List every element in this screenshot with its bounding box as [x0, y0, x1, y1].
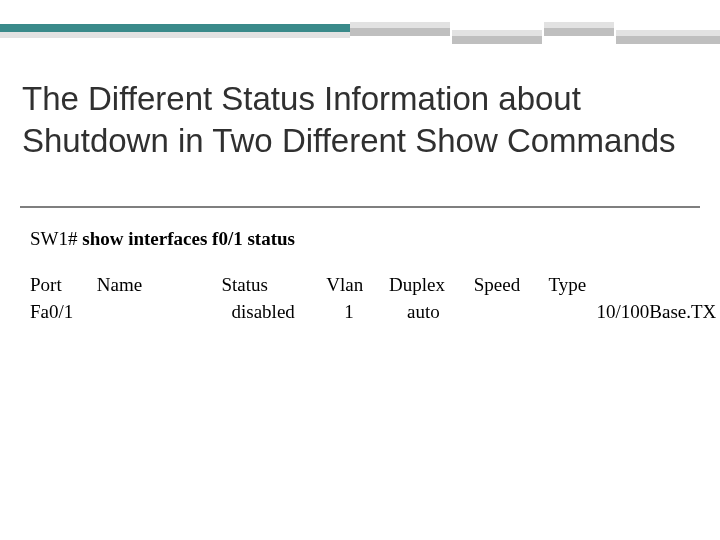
bar-gray-d	[616, 36, 720, 44]
status-table: Port Name Status Vlan Duplex Speed Type …	[30, 272, 720, 325]
table-row: Fa0/1 disabled 1 auto 10/100Base.TX	[30, 299, 720, 326]
bar-teal-left	[0, 24, 350, 32]
col-header-port: Port	[30, 272, 92, 299]
slide: The Different Status Information about S…	[0, 0, 720, 540]
bar-light-left	[0, 32, 350, 38]
col-header-name: Name	[97, 272, 217, 299]
decorative-top-bars	[0, 0, 720, 60]
cell-port: Fa0/1	[30, 299, 92, 326]
cli-command: show interfaces f0/1 status	[82, 228, 295, 249]
col-header-status: Status	[222, 272, 322, 299]
col-header-speed: Speed	[474, 272, 544, 299]
table-header-row: Port Name Status Vlan Duplex Speed Type	[30, 272, 720, 299]
cell-vlan: 1	[336, 299, 402, 326]
title-underline	[20, 206, 700, 208]
bar-gray-a	[350, 28, 450, 36]
bar-gray-c	[544, 28, 614, 36]
cell-status: disabled	[222, 299, 332, 326]
cell-type: 10/100Base.TX	[567, 299, 721, 326]
col-header-duplex: Duplex	[389, 272, 469, 299]
cell-duplex: auto	[407, 299, 487, 326]
bar-gray-b	[452, 36, 542, 44]
cli-prompt: SW1#	[30, 228, 82, 249]
cli-command-line: SW1# show interfaces f0/1 status	[30, 228, 295, 250]
slide-title: The Different Status Information about S…	[22, 78, 702, 162]
col-header-type: Type	[549, 272, 699, 299]
col-header-vlan: Vlan	[326, 272, 384, 299]
